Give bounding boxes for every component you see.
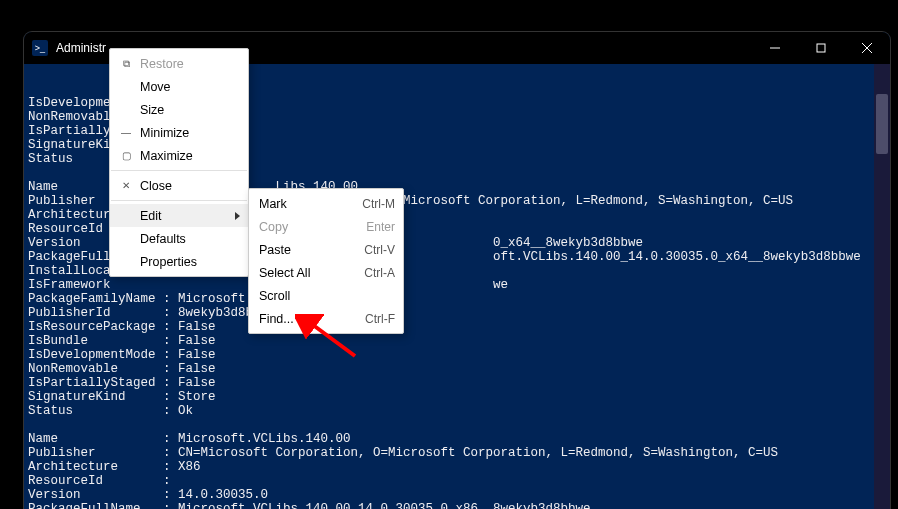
menu-copy[interactable]: Copy Enter bbox=[249, 215, 403, 238]
menu-mark[interactable]: Mark Ctrl-M bbox=[249, 192, 403, 215]
menu-minimize[interactable]: — Minimize bbox=[110, 121, 248, 144]
menu-scroll[interactable]: Scroll bbox=[249, 284, 403, 307]
svg-rect-1 bbox=[817, 44, 825, 52]
menu-maximize[interactable]: ▢ Maximize bbox=[110, 144, 248, 167]
restore-icon: ⧉ bbox=[116, 58, 136, 70]
window-controls bbox=[752, 32, 890, 64]
menu-separator bbox=[111, 170, 247, 171]
menu-defaults[interactable]: Defaults bbox=[110, 227, 248, 250]
edit-submenu: Mark Ctrl-M Copy Enter Paste Ctrl-V Sele… bbox=[248, 188, 404, 334]
menu-restore[interactable]: ⧉ Restore bbox=[110, 52, 248, 75]
menu-properties[interactable]: Properties bbox=[110, 250, 248, 273]
menu-separator bbox=[111, 200, 247, 201]
submenu-arrow-icon bbox=[235, 212, 240, 220]
close-button[interactable] bbox=[844, 32, 890, 64]
minimize-icon: — bbox=[116, 127, 136, 138]
minimize-button[interactable] bbox=[752, 32, 798, 64]
maximize-button[interactable] bbox=[798, 32, 844, 64]
maximize-icon: ▢ bbox=[116, 150, 136, 161]
close-icon: ✕ bbox=[116, 180, 136, 191]
powershell-icon: >_ bbox=[32, 40, 48, 56]
menu-edit[interactable]: Edit bbox=[110, 204, 248, 227]
menu-move[interactable]: Move bbox=[110, 75, 248, 98]
system-menu: ⧉ Restore Move Size — Minimize ▢ Maximiz… bbox=[109, 48, 249, 277]
menu-close[interactable]: ✕ Close bbox=[110, 174, 248, 197]
menu-select-all[interactable]: Select All Ctrl-A bbox=[249, 261, 403, 284]
menu-find[interactable]: Find... Ctrl-F bbox=[249, 307, 403, 330]
scrollbar[interactable] bbox=[874, 64, 890, 509]
scrollbar-thumb[interactable] bbox=[876, 94, 888, 154]
menu-size[interactable]: Size bbox=[110, 98, 248, 121]
menu-paste[interactable]: Paste Ctrl-V bbox=[249, 238, 403, 261]
